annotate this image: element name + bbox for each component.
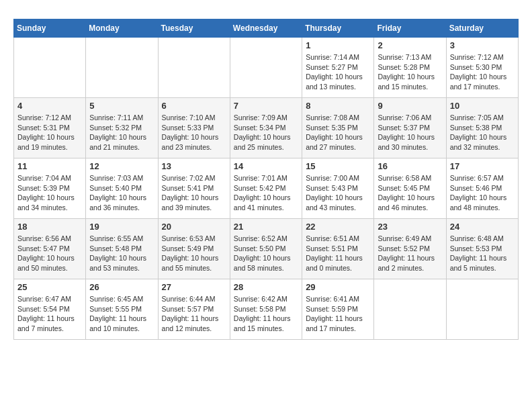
day-cell: 25Sunrise: 6:47 AMSunset: 5:54 PMDayligh…: [14, 279, 86, 340]
day-number: 13: [162, 161, 226, 171]
day-info: Sunrise: 6:49 AMSunset: 5:52 PMDaylight:…: [378, 234, 442, 273]
week-row-1: 1Sunrise: 7:14 AMSunset: 5:27 PMDaylight…: [14, 38, 519, 98]
day-info: Sunrise: 7:12 AMSunset: 5:30 PMDaylight:…: [450, 52, 515, 92]
day-cell: 22Sunrise: 6:51 AMSunset: 5:51 PMDayligh…: [302, 219, 374, 279]
day-number: 15: [306, 161, 370, 171]
day-cell: 27Sunrise: 6:44 AMSunset: 5:57 PMDayligh…: [158, 279, 230, 340]
day-info: Sunrise: 7:00 AMSunset: 5:43 PMDaylight:…: [306, 173, 370, 213]
day-cell: 23Sunrise: 6:49 AMSunset: 5:52 PMDayligh…: [374, 219, 446, 279]
col-header-thursday: Thursday: [302, 19, 374, 38]
day-number: 16: [378, 161, 442, 171]
day-info: Sunrise: 7:03 AMSunset: 5:40 PMDaylight:…: [89, 173, 154, 213]
day-number: 21: [234, 222, 298, 232]
day-cell: 26Sunrise: 6:45 AMSunset: 5:55 PMDayligh…: [86, 279, 158, 340]
day-info: Sunrise: 6:56 AMSunset: 5:47 PMDaylight:…: [17, 234, 82, 273]
day-number: 22: [306, 222, 370, 232]
day-cell: 1Sunrise: 7:14 AMSunset: 5:27 PMDaylight…: [302, 38, 374, 98]
day-number: 29: [306, 282, 370, 292]
day-cell: 10Sunrise: 7:05 AMSunset: 5:38 PMDayligh…: [446, 98, 518, 158]
day-cell: 9Sunrise: 7:06 AMSunset: 5:37 PMDaylight…: [374, 98, 446, 158]
day-number: 25: [17, 282, 82, 292]
day-number: 12: [89, 161, 154, 171]
day-cell: 19Sunrise: 6:55 AMSunset: 5:48 PMDayligh…: [86, 219, 158, 279]
day-number: 2: [378, 40, 442, 50]
day-cell: 6Sunrise: 7:10 AMSunset: 5:33 PMDaylight…: [158, 98, 230, 158]
day-number: 6: [162, 101, 226, 111]
day-number: 17: [450, 161, 515, 171]
day-cell: 18Sunrise: 6:56 AMSunset: 5:47 PMDayligh…: [14, 219, 86, 279]
day-cell: 13Sunrise: 7:02 AMSunset: 5:41 PMDayligh…: [158, 158, 230, 219]
day-info: Sunrise: 7:02 AMSunset: 5:41 PMDaylight:…: [162, 173, 226, 213]
col-header-wednesday: Wednesday: [230, 19, 302, 38]
day-info: Sunrise: 6:55 AMSunset: 5:48 PMDaylight:…: [89, 234, 154, 273]
day-number: 11: [17, 161, 82, 171]
day-cell: 21Sunrise: 6:52 AMSunset: 5:50 PMDayligh…: [230, 219, 302, 279]
day-cell: 3Sunrise: 7:12 AMSunset: 5:30 PMDaylight…: [446, 38, 518, 98]
week-row-5: 25Sunrise: 6:47 AMSunset: 5:54 PMDayligh…: [14, 279, 519, 340]
day-cell: 29Sunrise: 6:41 AMSunset: 5:59 PMDayligh…: [302, 279, 374, 340]
day-info: Sunrise: 7:04 AMSunset: 5:39 PMDaylight:…: [17, 173, 82, 213]
day-cell: 8Sunrise: 7:08 AMSunset: 5:35 PMDaylight…: [302, 98, 374, 158]
header-row: SundayMondayTuesdayWednesdayThursdayFrid…: [14, 19, 519, 38]
day-info: Sunrise: 6:53 AMSunset: 5:49 PMDaylight:…: [162, 234, 226, 273]
day-info: Sunrise: 7:08 AMSunset: 5:35 PMDaylight:…: [306, 113, 370, 152]
day-number: 26: [89, 282, 154, 292]
day-info: Sunrise: 7:06 AMSunset: 5:37 PMDaylight:…: [378, 113, 442, 152]
day-number: 23: [378, 222, 442, 232]
day-cell: [446, 279, 518, 340]
day-info: Sunrise: 6:51 AMSunset: 5:51 PMDaylight:…: [306, 234, 370, 273]
day-cell: 15Sunrise: 7:00 AMSunset: 5:43 PMDayligh…: [302, 158, 374, 219]
week-row-3: 11Sunrise: 7:04 AMSunset: 5:39 PMDayligh…: [14, 158, 519, 219]
day-cell: 24Sunrise: 6:48 AMSunset: 5:53 PMDayligh…: [446, 219, 518, 279]
week-row-4: 18Sunrise: 6:56 AMSunset: 5:47 PMDayligh…: [14, 219, 519, 279]
day-info: Sunrise: 7:01 AMSunset: 5:42 PMDaylight:…: [234, 173, 298, 213]
day-info: Sunrise: 6:47 AMSunset: 5:54 PMDaylight:…: [17, 294, 82, 334]
day-number: 28: [234, 282, 298, 292]
day-cell: [86, 38, 158, 98]
col-header-sunday: Sunday: [14, 19, 86, 38]
day-number: 14: [234, 161, 298, 171]
day-number: 8: [306, 101, 370, 111]
day-info: Sunrise: 7:10 AMSunset: 5:33 PMDaylight:…: [162, 113, 226, 152]
day-cell: 17Sunrise: 6:57 AMSunset: 5:46 PMDayligh…: [446, 158, 518, 219]
day-info: Sunrise: 6:52 AMSunset: 5:50 PMDaylight:…: [234, 234, 298, 273]
day-number: 3: [450, 40, 515, 50]
day-cell: 7Sunrise: 7:09 AMSunset: 5:34 PMDaylight…: [230, 98, 302, 158]
day-info: Sunrise: 6:58 AMSunset: 5:45 PMDaylight:…: [378, 173, 442, 213]
day-cell: [158, 38, 230, 98]
day-number: 1: [306, 40, 370, 50]
day-info: Sunrise: 7:13 AMSunset: 5:28 PMDaylight:…: [378, 52, 442, 92]
day-info: Sunrise: 6:41 AMSunset: 5:59 PMDaylight:…: [306, 294, 370, 334]
day-cell: 11Sunrise: 7:04 AMSunset: 5:39 PMDayligh…: [14, 158, 86, 219]
col-header-tuesday: Tuesday: [158, 19, 230, 38]
day-number: 20: [162, 222, 226, 232]
day-info: Sunrise: 7:14 AMSunset: 5:27 PMDaylight:…: [306, 52, 370, 92]
day-number: 7: [234, 101, 298, 111]
col-header-saturday: Saturday: [446, 19, 518, 38]
day-cell: 12Sunrise: 7:03 AMSunset: 5:40 PMDayligh…: [86, 158, 158, 219]
day-cell: 28Sunrise: 6:42 AMSunset: 5:58 PMDayligh…: [230, 279, 302, 340]
day-number: 19: [89, 222, 154, 232]
day-info: Sunrise: 7:05 AMSunset: 5:38 PMDaylight:…: [450, 113, 515, 152]
day-number: 10: [450, 101, 515, 111]
day-cell: 5Sunrise: 7:11 AMSunset: 5:32 PMDaylight…: [86, 98, 158, 158]
week-row-2: 4Sunrise: 7:12 AMSunset: 5:31 PMDaylight…: [14, 98, 519, 158]
day-info: Sunrise: 6:44 AMSunset: 5:57 PMDaylight:…: [162, 294, 226, 334]
day-cell: [230, 38, 302, 98]
day-number: 5: [89, 101, 154, 111]
day-cell: 20Sunrise: 6:53 AMSunset: 5:49 PMDayligh…: [158, 219, 230, 279]
day-info: Sunrise: 6:45 AMSunset: 5:55 PMDaylight:…: [89, 294, 154, 334]
day-cell: 4Sunrise: 7:12 AMSunset: 5:31 PMDaylight…: [14, 98, 86, 158]
day-cell: 14Sunrise: 7:01 AMSunset: 5:42 PMDayligh…: [230, 158, 302, 219]
day-number: 27: [162, 282, 226, 292]
day-info: Sunrise: 7:11 AMSunset: 5:32 PMDaylight:…: [89, 113, 154, 152]
day-cell: 2Sunrise: 7:13 AMSunset: 5:28 PMDaylight…: [374, 38, 446, 98]
day-number: 24: [450, 222, 515, 232]
col-header-friday: Friday: [374, 19, 446, 38]
day-cell: [374, 279, 446, 340]
day-number: 18: [17, 222, 82, 232]
day-info: Sunrise: 6:42 AMSunset: 5:58 PMDaylight:…: [234, 294, 298, 334]
day-info: Sunrise: 7:09 AMSunset: 5:34 PMDaylight:…: [234, 113, 298, 152]
day-info: Sunrise: 6:48 AMSunset: 5:53 PMDaylight:…: [450, 234, 515, 273]
day-info: Sunrise: 7:12 AMSunset: 5:31 PMDaylight:…: [17, 113, 82, 152]
